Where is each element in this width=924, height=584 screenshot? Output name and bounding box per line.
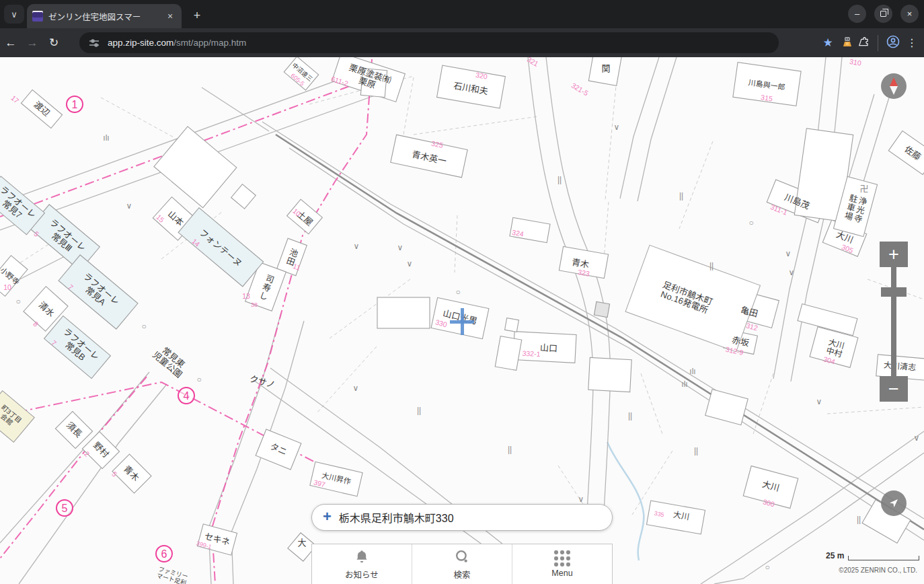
map-block-number: 1 bbox=[66, 96, 83, 113]
scale-label: 25 m bbox=[826, 551, 844, 560]
tab-search-button[interactable]: ∨ bbox=[4, 5, 24, 24]
browser-toolbar: ← → ↻ app.zip-site.com/smt/app/map.htm ★… bbox=[0, 28, 924, 57]
address-bar[interactable]: app.zip-site.com/smt/app/map.htm bbox=[79, 32, 779, 53]
new-tab-button[interactable]: + bbox=[188, 7, 206, 24]
map-house-number: 13 bbox=[242, 293, 250, 300]
url-text: app.zip-site.com/smt/app/map.htm bbox=[108, 38, 246, 48]
search-address-value: 栃木県足利市鵤木町330 bbox=[339, 509, 454, 525]
map-label: 関 bbox=[601, 64, 610, 73]
map-symbol: || bbox=[694, 447, 698, 455]
window-restore-button[interactable] bbox=[874, 5, 892, 23]
forward-button[interactable]: → bbox=[22, 36, 43, 50]
bookmark-star-icon[interactable]: ★ bbox=[819, 36, 837, 50]
zoom-slider-track[interactable] bbox=[891, 267, 896, 377]
map-symbol: ○ bbox=[141, 322, 146, 331]
scale-bar bbox=[848, 556, 919, 560]
map-symbol: ∨ bbox=[353, 384, 359, 393]
map-symbol: ∨ bbox=[397, 244, 403, 252]
map-symbol: ılı bbox=[103, 134, 109, 143]
map-block-number: 4 bbox=[178, 387, 195, 404]
compass-button[interactable] bbox=[881, 73, 907, 99]
notifications-button[interactable]: お知らせ bbox=[312, 544, 412, 584]
map-search-bar[interactable]: + 栃木県足利市鵤木町330 bbox=[311, 504, 613, 531]
map-symbol: ○ bbox=[196, 375, 201, 384]
zoom-in-button[interactable]: + bbox=[880, 242, 908, 267]
plus-icon: + bbox=[323, 509, 332, 524]
window-minimize-button[interactable]: – bbox=[848, 5, 866, 23]
site-info-icon[interactable] bbox=[89, 38, 100, 48]
locate-me-button[interactable] bbox=[881, 490, 907, 516]
tab-close-icon[interactable]: × bbox=[164, 10, 176, 22]
map-symbol: || bbox=[857, 515, 861, 524]
map-symbol: ○ bbox=[748, 219, 753, 227]
menu-button[interactable]: Menu bbox=[512, 544, 612, 584]
map-symbol: ∨ bbox=[126, 202, 132, 211]
map-symbol: || bbox=[417, 406, 421, 415]
compass-north-needle bbox=[890, 77, 898, 86]
chevron-down-icon: ∨ bbox=[11, 9, 17, 20]
map-house-number: 10 bbox=[3, 284, 11, 291]
map-label: 山口 bbox=[540, 343, 558, 353]
map-symbol: || bbox=[508, 445, 512, 454]
robot-extension-icon[interactable] bbox=[841, 36, 853, 50]
grid-menu-icon bbox=[554, 550, 570, 567]
bell-icon bbox=[353, 548, 371, 566]
map-symbol: ılı bbox=[689, 367, 695, 376]
map-block-number: 6 bbox=[155, 545, 173, 562]
map-symbol: ∨ bbox=[785, 250, 792, 258]
map-symbol: ○ bbox=[765, 563, 769, 572]
site-favicon bbox=[32, 11, 43, 22]
map-symbol: ∨ bbox=[407, 260, 413, 268]
map-symbol: || bbox=[628, 412, 632, 421]
map-symbol: ∨ bbox=[789, 268, 795, 277]
map-symbol: ∨ bbox=[914, 434, 920, 443]
menu-label: Menu bbox=[551, 569, 572, 578]
map-scale: 25 m bbox=[826, 551, 919, 560]
map-symbol: || bbox=[679, 192, 683, 200]
map-symbol: ○ bbox=[15, 297, 20, 306]
tab-title: ゼンリン住宅地図スマー bbox=[48, 10, 164, 23]
notifications-label: お知らせ bbox=[345, 568, 379, 581]
map-house-number: 332-1 bbox=[522, 350, 540, 359]
map-block-number: 5 bbox=[56, 499, 73, 517]
bottom-menu-bar: お知らせ 検索 Menu bbox=[311, 544, 613, 584]
map-label: 大 bbox=[297, 538, 306, 548]
map-symbol: || bbox=[557, 176, 562, 184]
extensions-puzzle-icon[interactable] bbox=[858, 36, 870, 50]
map-symbol: 卍 bbox=[859, 184, 868, 194]
zoom-out-button[interactable]: − bbox=[880, 376, 908, 402]
browser-tab[interactable]: ゼンリン住宅地図スマー × bbox=[27, 4, 182, 28]
map-symbol: ∨ bbox=[354, 242, 360, 251]
map-symbol: ∨ bbox=[614, 123, 620, 132]
toolbar-divider bbox=[878, 35, 878, 51]
map-symbol: || bbox=[709, 262, 714, 270]
zoom-slider-handle[interactable] bbox=[881, 287, 907, 297]
search-menu-label: 検索 bbox=[453, 568, 470, 581]
profile-avatar-icon[interactable] bbox=[886, 34, 900, 52]
tab-strip: ∨ ゼンリン住宅地図スマー × + – × bbox=[0, 0, 924, 28]
map-symbol: ○ bbox=[455, 288, 460, 297]
back-button[interactable]: ← bbox=[0, 36, 22, 50]
copyright-notice: ©2025 ZENRIN CO., LTD. bbox=[839, 567, 917, 574]
restore-icon bbox=[880, 11, 886, 17]
map-symbol: ılı bbox=[681, 380, 687, 389]
navigation-arrow-icon bbox=[887, 497, 900, 510]
window-close-button[interactable]: × bbox=[900, 5, 919, 23]
browser-menu-kebab-icon[interactable]: ⋮ bbox=[905, 36, 919, 49]
map-symbol: ∨ bbox=[578, 495, 584, 504]
map-house-number: 315 bbox=[761, 94, 773, 103]
search-menu-button[interactable]: 検索 bbox=[412, 544, 512, 584]
compass-south-needle bbox=[890, 86, 898, 95]
search-icon bbox=[453, 548, 471, 566]
reload-button[interactable]: ↻ bbox=[43, 36, 65, 50]
map-house-number: 38 bbox=[251, 302, 258, 309]
map-symbol: ∨ bbox=[816, 398, 822, 406]
